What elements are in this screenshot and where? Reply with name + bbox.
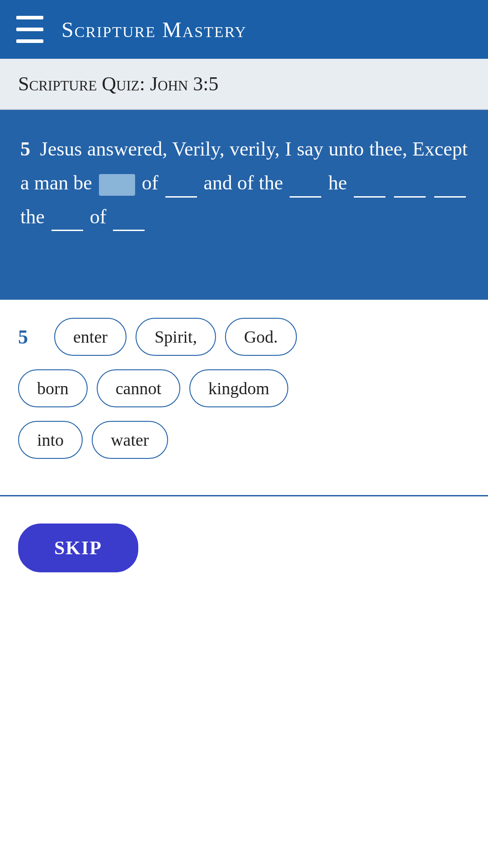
action-area: SKIP bbox=[0, 496, 488, 677]
menu-icon[interactable] bbox=[16, 16, 43, 43]
choices-row-2: born cannot kingdom bbox=[18, 369, 470, 407]
blank-4 bbox=[394, 196, 426, 198]
app-header: Scripture Mastery bbox=[0, 0, 488, 59]
word-chip-enter[interactable]: enter bbox=[54, 318, 127, 356]
scripture-area: 5 Jesus answered, Verily, verily, I say … bbox=[0, 110, 488, 300]
word-chip-water[interactable]: water bbox=[92, 421, 168, 459]
word-chip-spirit[interactable]: Spirit, bbox=[136, 318, 216, 356]
blank-3 bbox=[354, 196, 385, 198]
choices-area: 5 enter Spirit, God. born cannot kingdom… bbox=[0, 300, 488, 496]
blank-6 bbox=[52, 230, 83, 231]
choices-row-1: 5 enter Spirit, God. bbox=[18, 318, 470, 356]
selected-blank bbox=[99, 174, 135, 196]
choices-row-3: into water bbox=[18, 421, 470, 459]
blank-7 bbox=[113, 230, 145, 231]
choices-verse-number: 5 bbox=[18, 326, 41, 349]
word-chip-god[interactable]: God. bbox=[225, 318, 297, 356]
blank-1 bbox=[165, 196, 197, 198]
blank-2 bbox=[290, 196, 321, 198]
blank-5 bbox=[434, 196, 466, 198]
word-chip-born[interactable]: born bbox=[18, 369, 88, 407]
word-chip-into[interactable]: into bbox=[18, 421, 83, 459]
subtitle-bar: Scripture Quiz: John 3:5 bbox=[0, 59, 488, 110]
word-chip-kingdom[interactable]: kingdom bbox=[189, 369, 288, 407]
word-chip-cannot[interactable]: cannot bbox=[97, 369, 180, 407]
app-title: Scripture Mastery bbox=[61, 17, 247, 42]
scripture-verse: 5 Jesus answered, Verily, verily, I say … bbox=[20, 132, 468, 234]
quiz-subtitle: Scripture Quiz: John 3:5 bbox=[18, 73, 218, 95]
verse-number: 5 bbox=[20, 138, 30, 160]
skip-button[interactable]: SKIP bbox=[18, 524, 138, 572]
